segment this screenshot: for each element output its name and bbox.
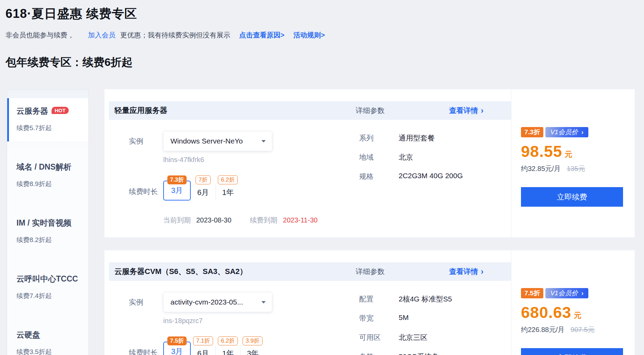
price-original: 907.5元 [570, 326, 595, 333]
duration-option-3m[interactable]: 7.5折 3月 [163, 336, 191, 355]
renew-expiry-date: 2023-11-30 [283, 216, 318, 224]
page-subtitle: 非会员也能参与续费， 加入会员 更优惠；我有待续费实例但没有展示 点击查看原因>… [5, 31, 644, 40]
hot-badge: HOT [52, 107, 69, 114]
activity-rules-link[interactable]: 活动规则> [293, 31, 325, 40]
view-reason-link[interactable]: 点击查看原因> [239, 31, 285, 40]
join-member-link[interactable]: 加入会员 [88, 31, 115, 40]
instance-select-value: activity-cvm-2023-05... [170, 298, 243, 306]
chevron-right-icon: › [581, 290, 584, 297]
sidebar-item-label: 云硬盘 [16, 330, 40, 340]
spec-row: 盘符 50GB系统盘 [359, 352, 511, 355]
chevron-right-icon: › [481, 106, 484, 115]
spec-value: 北京 [399, 152, 413, 162]
duration-options: 7.3折 3月 7折 6月 6.2折 1年 [163, 175, 240, 201]
duration-option-1y[interactable]: 6.2折 1年 [215, 336, 240, 355]
view-detail-label: 查看详情 [449, 106, 478, 115]
member-price-badge[interactable]: V1会员价 › [545, 288, 588, 298]
sidebar-item-label: 域名 / DNS解析 [16, 162, 71, 172]
form-column: 实例 activity-cvm-2023-05... ins-18pqzrc7 … [109, 292, 359, 355]
sidebar-item-tccc[interactable]: 云呼叫中心TCCC 续费7.4折起 [7, 266, 88, 309]
member-price-badge[interactable]: V1会员价 › [545, 127, 588, 137]
duration-option-3m[interactable]: 7.3折 3月 [163, 175, 191, 201]
renew-now-button[interactable]: 立即续费 [521, 187, 623, 207]
instance-select-value: Windows Server-NeYo [170, 137, 243, 145]
price-amount: 680.63 [521, 303, 571, 322]
instance-label: 实例 [129, 131, 163, 151]
instance-id: ins-18pqzrc7 [163, 317, 359, 325]
spec-value: 2C2G3M 40G 200G [399, 172, 463, 181]
chevron-right-icon: › [581, 129, 584, 136]
sidebar-item-cvm[interactable]: 云服务器 HOT 续费5.7折起 [7, 98, 88, 141]
sidebar-item-cbs[interactable]: 云硬盘 续费3.5折起 [7, 322, 88, 355]
sidebar-item-subtitle: 续费3.5折起 [16, 347, 84, 355]
spec-label: 可用区 [359, 333, 399, 342]
price-monthly: 约226.88元/月 [521, 326, 565, 333]
spec-value: 5M [399, 313, 409, 323]
spec-column: 系列 通用型套餐 地域 北京 规格 2C2G3M 40G 200G [359, 131, 511, 225]
discount-badge: 7.5折 [167, 336, 187, 345]
duration-tab: 6月 [191, 184, 215, 201]
card-header: 轻量应用服务器 详细参数 查看详情 › [109, 101, 511, 120]
discount-badge: 6.2折 [218, 175, 238, 184]
instance-label: 实例 [129, 292, 163, 312]
price-discount-badge: 7.3折 [521, 127, 543, 137]
instance-row: 实例 activity-cvm-2023-05... [109, 292, 359, 312]
sidebar-item-title: 云呼叫中心TCCC [16, 274, 84, 284]
card-title: 轻量应用服务器 [114, 105, 356, 116]
current-expiry-date: 2023-08-30 [196, 216, 231, 224]
duration-tab: 6月 [191, 345, 215, 355]
duration-tab: 3年 [240, 345, 265, 355]
duration-option-1y[interactable]: 6.2折 1年 [215, 175, 240, 201]
spec-value: 2核4G 标准型S5 [399, 294, 452, 304]
card-body: 实例 activity-cvm-2023-05... ins-18pqzrc7 … [104, 281, 511, 355]
product-card-cvm: 云服务器CVM（S6、S5、SA3、SA2） 详细参数 查看详情 › 实例 [104, 250, 635, 355]
spec-label: 带宽 [359, 313, 399, 323]
selected-indicator-bar [7, 98, 9, 141]
duration-tab: 1年 [215, 184, 240, 201]
product-card-lighthouse: 轻量应用服务器 详细参数 查看详情 › 实例 Windows [104, 89, 635, 237]
duration-option-6m[interactable]: 7折 6月 [191, 175, 215, 201]
duration-tab: 1年 [215, 345, 240, 355]
duration-row: 续费时长 7.5折 3月 7.1折 6月 [109, 336, 359, 355]
view-detail-link[interactable]: 查看详情 › [449, 106, 484, 115]
sidebar-item-im-trtc[interactable]: IM / 实时音视频 续费8.2折起 [7, 210, 88, 253]
params-header: 详细参数 [356, 267, 449, 276]
spec-label: 配置 [359, 294, 399, 304]
instance-select[interactable]: Windows Server-NeYo [163, 131, 272, 151]
discount-badge: 7折 [196, 175, 211, 184]
spec-row: 规格 2C2G3M 40G 200G [359, 172, 511, 181]
sidebar-item-label: 云服务器 [16, 106, 48, 116]
card-header: 云服务器CVM（S6、S5、SA3、SA2） 详细参数 查看详情 › [109, 262, 511, 281]
expiry-row: 当前到期 2023-08-30 续费到期 2023-11-30 [163, 216, 359, 225]
member-price-label: V1会员价 [550, 289, 578, 298]
sidebar-item-label: IM / 实时音视频 [16, 218, 71, 228]
intro-text-2: 更优惠；我有待续费实例但没有展示 [120, 31, 230, 40]
caret-down-icon [262, 301, 266, 304]
sidebar-item-title: IM / 实时音视频 [16, 218, 84, 228]
spec-value: 50GB系统盘 [399, 352, 439, 355]
price-line: 98.55 元 [521, 142, 623, 161]
renew-now-button[interactable]: 立即续费 [521, 348, 623, 355]
sidebar-item-title: 云服务器 HOT [16, 106, 84, 116]
sidebar-item-subtitle: 续费5.7折起 [16, 124, 84, 133]
duration-label: 续费时长 [129, 336, 163, 355]
content-area: 云服务器 HOT 续费5.7折起 域名 / DNS解析 续费8.9折起 IM /… [5, 89, 644, 355]
duration-row: 续费时长 7.3折 3月 7折 6月 [109, 175, 359, 201]
section-title: 包年续费专区：续费6折起 [5, 55, 644, 70]
sidebar-item-title: 云硬盘 [16, 330, 84, 340]
spec-row: 可用区 北京三区 [359, 333, 511, 342]
duration-option-3y[interactable]: 3.9折 3年 [240, 336, 265, 355]
renewal-promo-page: 618·夏日盛惠 续费专区 非会员也能参与续费， 加入会员 更优惠；我有待续费实… [0, 0, 644, 355]
instance-select[interactable]: activity-cvm-2023-05... [163, 292, 272, 312]
duration-options: 7.5折 3月 7.1折 6月 6.2折 1年 [163, 336, 265, 355]
price-currency: 元 [574, 310, 581, 321]
view-detail-link[interactable]: 查看详情 › [449, 267, 484, 276]
duration-option-6m[interactable]: 7.1折 6月 [191, 336, 215, 355]
sidebar-item-dns[interactable]: 域名 / DNS解析 续费8.9折起 [7, 154, 88, 197]
spec-label: 规格 [359, 172, 399, 181]
spec-label: 盘符 [359, 352, 399, 355]
sidebar-item-subtitle: 续费7.4折起 [16, 291, 84, 300]
price-discount-badge: 7.5折 [521, 288, 543, 298]
discount-badge: 6.2折 [218, 336, 238, 345]
spec-value: 通用型套餐 [399, 133, 435, 143]
